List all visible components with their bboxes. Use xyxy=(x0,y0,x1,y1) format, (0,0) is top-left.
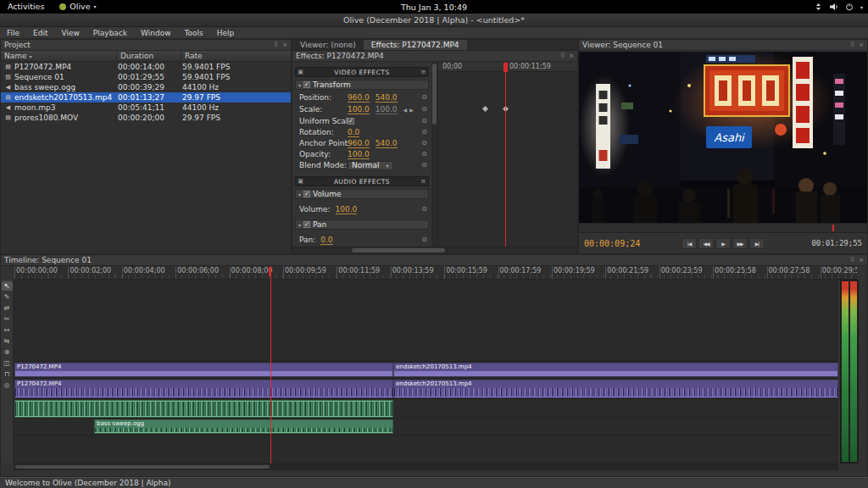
menu-item-view[interactable]: View xyxy=(55,27,86,38)
column-rate[interactable]: Rate xyxy=(181,51,291,61)
timeline-ruler[interactable]: 00:00:00;00 00:00:02;00 00:00:04;00 00:0… xyxy=(14,266,857,280)
project-item[interactable]: ▤ prores1080.MOV 00:00:20;00 29.97 FPS xyxy=(1,113,291,123)
keyframe-toggle-icon[interactable]: ⊙ xyxy=(421,236,427,243)
keyframe-toggle-icon[interactable]: ⊙ xyxy=(421,106,427,113)
edit-tool[interactable]: ✎ xyxy=(2,292,13,302)
project-panel-header[interactable]: Project ⠿ × xyxy=(1,40,291,51)
viewer-panel-header[interactable]: Viewer: Sequence 01 ⠿ × xyxy=(579,40,867,51)
keyframe-toggle-icon[interactable]: ⊙ xyxy=(421,129,427,136)
zoom-tool[interactable]: ◎ xyxy=(2,380,13,390)
timeline-playhead-marker[interactable] xyxy=(269,267,271,276)
timeline-horizontal-scrollbar[interactable] xyxy=(14,463,838,470)
viewer-playhead-marker[interactable] xyxy=(832,225,834,231)
panel-grip-icon[interactable]: ⠿ xyxy=(850,42,854,48)
collapse-all-icon[interactable]: ▣ xyxy=(296,178,305,185)
go-to-start-button[interactable]: |◀ xyxy=(682,238,697,249)
expander-icon[interactable]: ▾ xyxy=(298,82,301,88)
prev-keyframe-icon[interactable]: ◀ xyxy=(403,107,408,113)
system-tray[interactable]: ▾ xyxy=(815,0,863,14)
tab-viewer-none[interactable]: Viewer: (none) xyxy=(292,40,364,50)
project-item-selected[interactable]: ▤ endsketch20170513.mp4 00:01:13;27 29.9… xyxy=(1,92,291,103)
audio-clip[interactable]: bass sweep.ogg xyxy=(94,419,393,434)
rotation-field[interactable]: 0.0 xyxy=(348,128,359,137)
volume-field[interactable]: 100.0 xyxy=(336,205,358,214)
effects-vertical-scrollbar[interactable] xyxy=(431,62,437,247)
effects-panel-header[interactable]: Effects: P1270472.MP4 ⠿ × xyxy=(292,51,577,62)
keyframe-toggle-icon[interactable]: ⊙ xyxy=(421,118,427,125)
play-button[interactable]: ▶ xyxy=(715,238,731,249)
project-item[interactable]: ◀ bass sweep.ogg 00:00:39;29 44100 Hz xyxy=(1,82,291,92)
keyframe-ruler[interactable]: 00;00 00:00:11;59 xyxy=(438,62,577,72)
position-y-field[interactable]: 540.0 xyxy=(376,93,398,103)
keyframe-toggle-icon[interactable]: ⊙ xyxy=(421,206,427,213)
panel-close-icon[interactable]: × xyxy=(282,42,287,48)
uniform-scale-checkbox[interactable]: ✓ xyxy=(348,118,354,125)
razor-tool[interactable]: ✂ xyxy=(2,314,13,324)
keyframe-playhead-marker[interactable] xyxy=(504,63,508,72)
timeline-playhead[interactable] xyxy=(270,266,271,463)
menu-item-window[interactable]: Window xyxy=(134,27,178,38)
slide-tool[interactable]: ⇆ xyxy=(2,336,13,346)
keyframe-toggle-icon[interactable]: ⊙ xyxy=(421,140,427,147)
fast-forward-button[interactable]: ▶▶ xyxy=(732,238,748,249)
scale-y-field[interactable]: 100.0 xyxy=(376,105,398,114)
timeline-tracks[interactable]: P1270472.MP4 endsketch20170513.mp4 P1270… xyxy=(14,280,838,463)
effects-menu-icon[interactable]: ≡ xyxy=(419,178,428,185)
slip-tool[interactable]: ↔ xyxy=(2,325,13,335)
app-menu[interactable]: Olive ▾ xyxy=(52,0,103,14)
menu-item-edit[interactable]: Edit xyxy=(26,27,54,38)
viewer-current-timecode[interactable]: 00:00:09;24 xyxy=(584,239,640,248)
column-name[interactable]: Name ▾ xyxy=(1,51,117,61)
pointer-tool[interactable]: ↖ xyxy=(2,281,13,291)
blend-mode-select[interactable]: Normal ▾ xyxy=(348,161,393,170)
project-item[interactable]: ▤ P1270472.MP4 00:00:14;00 59.9401 FPS xyxy=(1,62,291,72)
panel-grip-icon[interactable]: ⠿ xyxy=(274,42,278,48)
transform-enabled-checkbox[interactable]: ✓ xyxy=(303,81,310,88)
menu-item-file[interactable]: File xyxy=(0,27,26,38)
anchor-x-field[interactable]: 960.0 xyxy=(348,139,370,148)
keyframe-playhead[interactable] xyxy=(505,62,506,247)
keyframe-toggle-icon[interactable]: ⊙ xyxy=(421,162,427,169)
activities-button[interactable]: Activities xyxy=(0,0,52,14)
snap-toggle[interactable]: ⊓ xyxy=(2,369,13,379)
menu-item-tools[interactable]: Tools xyxy=(178,27,210,38)
tab-effects[interactable]: Effects: P1270472.MP4 xyxy=(364,40,467,50)
pan-enabled-checkbox[interactable]: ✓ xyxy=(303,221,310,228)
rewind-button[interactable]: ◀◀ xyxy=(698,238,714,249)
panel-grip-icon[interactable]: ⠿ xyxy=(850,257,854,263)
transition-tool[interactable]: ◫ xyxy=(2,358,13,368)
column-duration[interactable]: Duration xyxy=(117,51,181,61)
clock[interactable]: Thu Jan 3, 10:49 xyxy=(401,3,467,12)
menu-item-help[interactable]: Help xyxy=(210,27,242,38)
viewer-seekbar[interactable] xyxy=(579,223,867,233)
video-clip[interactable]: endsketch20170513.mp4 xyxy=(393,363,838,377)
collapse-all-icon[interactable]: ▣ xyxy=(296,69,305,75)
hand-tool[interactable]: ⊕ xyxy=(2,347,13,357)
panel-close-icon[interactable]: × xyxy=(859,257,864,263)
transform-effect-header[interactable]: ▾ ✓ Transform xyxy=(295,80,429,90)
menu-item-playback[interactable]: Playback xyxy=(86,27,134,38)
next-keyframe-icon[interactable]: ▶ xyxy=(409,107,414,113)
window-titlebar[interactable]: Olive (December 2018 | Alpha) - <untitle… xyxy=(0,14,868,27)
pan-field[interactable]: 0.0 xyxy=(320,236,332,245)
keyframe-toggle-icon[interactable]: ⊙ xyxy=(421,151,427,158)
keyframe-timeline[interactable]: 00;00 00:00:11;59 xyxy=(437,62,577,247)
volume-enabled-checkbox[interactable]: ✓ xyxy=(303,191,310,197)
audio-clip[interactable]: P1270472.MP4 xyxy=(14,380,393,398)
go-to-end-button[interactable]: ▶| xyxy=(749,238,765,249)
opacity-field[interactable]: 100.0 xyxy=(348,150,370,159)
pan-effect-header[interactable]: ▾ ✓ Pan xyxy=(295,219,429,230)
video-clip[interactable]: P1270472.MP4 xyxy=(14,363,393,377)
audio-clip[interactable] xyxy=(14,400,393,418)
timeline-panel-header[interactable]: Timeline: Sequence 01 ⠿ × xyxy=(1,255,867,266)
project-item[interactable]: ◀ moon.mp3 00:05:41;11 44100 Hz xyxy=(1,103,291,113)
ripple-tool[interactable]: ⇄ xyxy=(2,303,13,313)
expander-icon[interactable]: ▾ xyxy=(298,222,301,228)
effects-horizontal-scrollbar[interactable] xyxy=(292,247,577,253)
panel-grip-icon[interactable]: ⠿ xyxy=(560,53,565,59)
scale-x-field[interactable]: 100.0 xyxy=(348,105,370,114)
volume-effect-header[interactable]: ▾ ✓ Volume xyxy=(295,189,429,199)
audio-clip[interactable]: endsketch20170513.mp4 xyxy=(393,380,838,398)
keyframe-marker[interactable] xyxy=(482,106,488,112)
panel-close-icon[interactable]: × xyxy=(859,42,864,48)
